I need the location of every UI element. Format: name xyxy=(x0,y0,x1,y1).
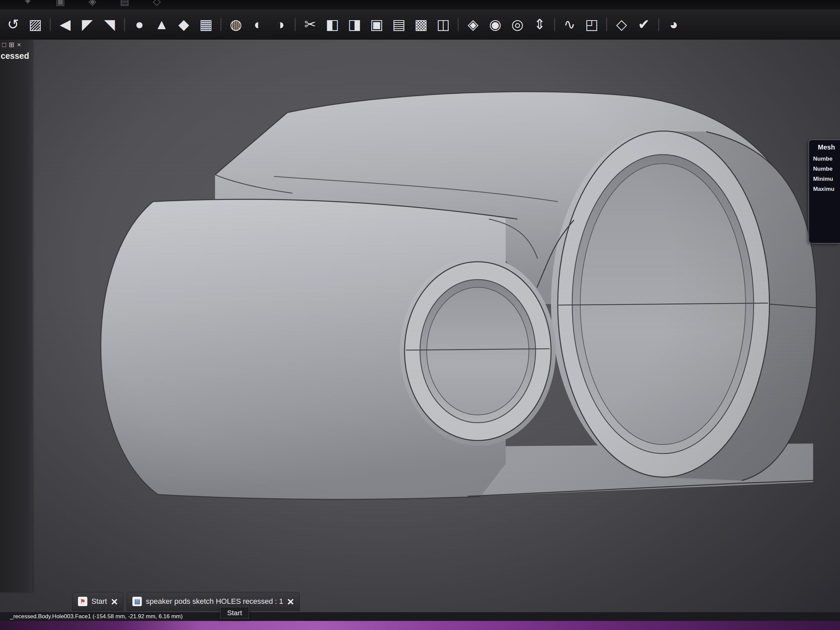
main-toolbar: ↺▨◀◤◥●▲◆▦◍◐◑✂◧◨▣▤▩◫◈◉◎⇕∿◰◇✔◕ xyxy=(0,9,840,39)
tab-document[interactable]: ▤speaker pods sketch HOLES recessed : 1× xyxy=(127,592,299,611)
toolbar-separator xyxy=(458,18,459,31)
toolbar-group: ◈◉◎⇕ xyxy=(461,14,551,35)
tab-start[interactable]: ⚑Start× xyxy=(72,592,123,611)
taskbar[interactable] xyxy=(0,621,840,630)
left-panel: □⊞× cessed xyxy=(0,39,32,592)
check-mark-icon[interactable]: ✔ xyxy=(635,14,652,35)
tooltip: Start xyxy=(220,607,249,619)
union-spheres-icon[interactable]: ◐ xyxy=(249,14,267,35)
toolbar-group: ●▲◆▦ xyxy=(128,14,218,35)
remove-point-icon[interactable]: ◥ xyxy=(101,14,118,35)
toolbar-separator xyxy=(606,18,607,31)
toolbar-separator xyxy=(220,18,221,31)
zoom-region-icon[interactable]: ◰ xyxy=(583,14,600,35)
intersect-spheres-icon[interactable]: ◑ xyxy=(272,14,289,35)
tree-item-label[interactable]: cessed xyxy=(0,48,32,61)
kite-diamond-icon[interactable]: ◇ xyxy=(613,14,630,35)
toolbar-group: ↺▨ xyxy=(2,14,47,35)
grid-box-icon[interactable]: ▤ xyxy=(390,14,407,35)
toolbar-group: ◇✔ xyxy=(610,14,655,35)
scale-vertical-icon[interactable]: ⇕ xyxy=(531,14,548,35)
scissors-trim-icon[interactable]: ✂ xyxy=(302,14,319,35)
panel-controls: □⊞× xyxy=(0,39,32,48)
toolbar-group: ◀◤◥ xyxy=(54,14,121,35)
clipped-toolbar-icon-5: ◇ xyxy=(153,0,161,7)
add-point-icon[interactable]: ◤ xyxy=(79,14,96,35)
top-strip: ✦▣◈▤◇ xyxy=(0,0,840,9)
toolbar-separator xyxy=(124,18,125,31)
close-panel-icon[interactable]: × xyxy=(17,41,21,48)
tab-close-icon[interactable]: × xyxy=(111,597,118,606)
mesh-segment-icon[interactable]: ◈ xyxy=(464,14,482,35)
mesh-info-panel: Mesh NumbeNumbeMinimuMaximu xyxy=(808,139,840,243)
split-mesh-icon[interactable]: ▩ xyxy=(412,14,430,35)
mesh-info-row-2: Numbe xyxy=(813,164,840,174)
toolbar-separator xyxy=(658,18,659,31)
freecad-window: ✦▣◈▤◇ ↺▨◀◤◥●▲◆▦◍◐◑✂◧◨▣▤▩◫◈◉◎⇕∿◰◇✔◕ xyxy=(0,0,840,630)
gem-icon[interactable]: ◆ xyxy=(175,14,193,35)
tab-label: speaker pods sketch HOLES recessed : 1 xyxy=(146,597,283,606)
toolbar-separator xyxy=(554,18,555,31)
trim-plane-icon[interactable]: ◧ xyxy=(324,14,341,35)
document-icon: ▤ xyxy=(133,597,142,606)
mesh-repair-icon[interactable]: ◉ xyxy=(486,14,504,35)
viewport[interactable] xyxy=(0,39,840,612)
toolbar-group: ✂◧◨▣▤▩◫ xyxy=(298,14,455,35)
status-bar: _recessed.Body.Hole003.Face1 (-154.58 mm… xyxy=(0,612,840,621)
tab-label: Start xyxy=(92,597,107,606)
toolbar-group: ◍◐◑ xyxy=(224,14,292,35)
toolbar-group: ∿◰ xyxy=(558,14,603,35)
mesh-info-row-4: Maximu xyxy=(813,184,840,194)
rotate-left-icon[interactable]: ↺ xyxy=(5,14,22,35)
boolean-mesh-icon[interactable]: ◫ xyxy=(434,14,452,35)
mesh-box-icon[interactable]: ▣ xyxy=(368,14,385,35)
clipped-toolbar-icon-4: ▤ xyxy=(120,0,129,7)
3d-model-speaker-pods[interactable] xyxy=(0,39,840,612)
mesh-rows: NumbeNumbeMinimuMaximu xyxy=(813,154,840,194)
clipped-toolbar-icon-1: ✦ xyxy=(24,0,32,7)
mesh-panel-title: Mesh xyxy=(818,144,840,151)
start-page-icon: ⚑ xyxy=(78,597,87,606)
toolbar-separator xyxy=(50,18,51,31)
surface-curve-icon[interactable]: ∿ xyxy=(561,14,578,35)
inspect-zoom-icon[interactable]: ◕ xyxy=(665,14,682,35)
mesh-info-row-1: Numbe xyxy=(813,154,840,164)
region-select-icon[interactable]: ▦ xyxy=(197,14,215,35)
select-back-icon[interactable]: ◀ xyxy=(57,14,74,35)
dock-panel-icon[interactable]: □ xyxy=(2,41,6,48)
tab-bar: ⚑Start×▤speaker pods sketch HOLES recess… xyxy=(72,592,300,611)
toolbar-group: ◕ xyxy=(662,14,685,35)
clipped-toolbar-icon-2: ▣ xyxy=(55,0,65,7)
tab-close-icon[interactable]: × xyxy=(287,597,294,606)
status-text: _recessed.Body.Hole003.Face1 (-154.58 mm… xyxy=(10,613,183,620)
overlay-panel-icon[interactable]: ⊞ xyxy=(9,41,14,48)
cone-icon[interactable]: ▲ xyxy=(153,14,171,35)
mesh-info-row-3: Minimu xyxy=(813,174,840,184)
section-box-icon[interactable]: ◨ xyxy=(346,14,363,35)
gear-sphere-icon[interactable]: ◎ xyxy=(509,14,526,35)
mesh-sphere-icon[interactable]: ◍ xyxy=(227,14,245,35)
clipped-toolbar-icon-3: ◈ xyxy=(89,0,96,7)
sphere-icon[interactable]: ● xyxy=(131,14,148,35)
datum-plane-icon[interactable]: ▨ xyxy=(27,14,44,35)
toolbar-separator xyxy=(295,18,296,31)
